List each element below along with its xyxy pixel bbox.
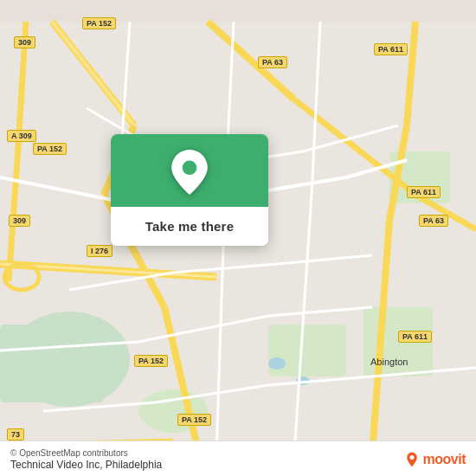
moovit-pin-icon xyxy=(403,451,421,468)
road-label-pa152-top: PA 152 xyxy=(82,17,116,29)
road-label-pa152-left: PA 152 xyxy=(33,143,67,155)
road-label-pa73: 73 xyxy=(7,428,24,441)
svg-point-7 xyxy=(268,357,286,370)
road-label-i276: I 276 xyxy=(87,245,113,257)
moovit-brand-text: moovit xyxy=(423,452,466,467)
road-label-pa611-mid: PA 611 xyxy=(407,186,441,198)
popup-card: Take me there xyxy=(111,134,268,246)
road-label-pa63-right: PA 63 xyxy=(419,215,448,227)
moovit-logo: moovit xyxy=(403,451,466,468)
road-label-pa63-top: PA 63 xyxy=(258,56,287,68)
place-info: Technical Video Inc, Philadelphia xyxy=(10,459,162,471)
take-me-there-button[interactable]: Take me there xyxy=(111,207,268,246)
osm-attribution: © OpenStreetMap contributors xyxy=(10,448,162,458)
svg-rect-2 xyxy=(0,325,104,402)
svg-point-48 xyxy=(183,160,197,175)
svg-point-49 xyxy=(409,455,414,460)
road-label-pa152-bottom2: PA 152 xyxy=(177,414,211,426)
road-label-pa152-bottom1: PA 152 xyxy=(134,355,168,367)
road-label-309-top: 309 xyxy=(14,36,35,48)
popup-icon-area xyxy=(111,134,268,207)
road-label-pa611-bottom: PA 611 xyxy=(398,331,432,343)
location-pin xyxy=(170,153,209,191)
bottom-bar: © OpenStreetMap contributors Technical V… xyxy=(0,441,476,476)
road-label-a309-mid: A 309 xyxy=(7,130,36,142)
road-label-abington: Abington xyxy=(370,357,408,367)
road-label-309-mid2: 309 xyxy=(9,215,30,227)
map-container: PA 152 PA 152 PA 152 PA 152 PA 611 PA 61… xyxy=(0,0,476,476)
road-label-pa611-top: PA 611 xyxy=(374,43,408,55)
